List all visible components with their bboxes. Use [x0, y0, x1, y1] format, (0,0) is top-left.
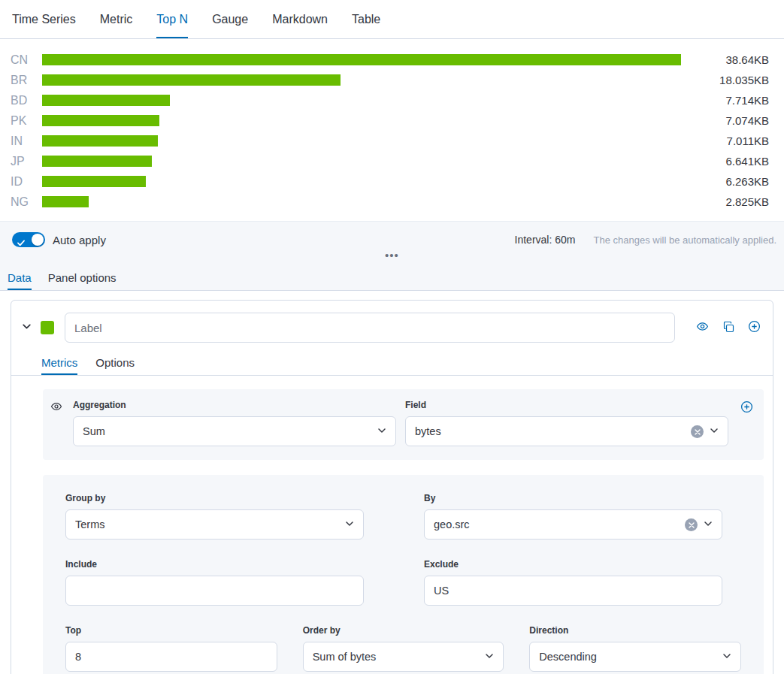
field-select[interactable]: bytes — [405, 416, 728, 446]
series-label-input[interactable] — [65, 313, 675, 343]
clear-icon — [689, 519, 695, 530]
field-label: Field — [405, 400, 728, 410]
panel-resize-handle[interactable]: ••• — [385, 252, 399, 259]
series-color-swatch[interactable] — [41, 321, 54, 334]
copy-icon — [722, 321, 734, 335]
plus-circle-icon — [748, 320, 761, 335]
check-icon — [17, 236, 25, 249]
auto-apply-toggle[interactable] — [12, 232, 45, 247]
bar-category-label: IN — [11, 134, 39, 148]
exclude-input[interactable] — [424, 576, 722, 606]
bar-value-label: 18.035KB — [701, 74, 769, 86]
bar-value-label: 7.011KB — [701, 134, 769, 147]
toggle-series-button[interactable] — [696, 320, 709, 335]
group-by-section: Group by Terms By geo.src Incl — [43, 475, 764, 674]
top-label: Top — [65, 625, 277, 636]
interval-label: Interval: 60m — [515, 234, 576, 246]
tab-top-n[interactable]: Top N — [156, 0, 188, 38]
bar — [42, 196, 89, 207]
bar-category-label: BR — [11, 74, 39, 87]
bar-value-label: 6.641KB — [701, 155, 769, 168]
bar-category-label: JP — [11, 155, 39, 168]
chevron-down-icon — [377, 425, 386, 437]
bar — [42, 176, 146, 187]
chevron-down-icon — [722, 651, 731, 663]
bar-value-label: 6.263KB — [701, 175, 769, 188]
auto-apply-note: The changes will be automatically applie… — [593, 234, 776, 246]
editor-tabs: Data Panel options — [0, 267, 784, 291]
chevron-down-icon — [485, 651, 494, 663]
order-by-select[interactable]: Sum of bytes — [303, 642, 504, 672]
clear-by-field-button[interactable] — [685, 518, 698, 531]
top-n-chart: CN 38.64KB BR 18.035KB BD 7.714KB PK 7.0… — [0, 39, 784, 221]
include-input[interactable] — [65, 576, 364, 606]
bar-category-label: PK — [11, 114, 39, 128]
tab-metric[interactable]: Metric — [100, 0, 133, 38]
bar-value-label: 7.074KB — [701, 114, 769, 127]
bar-row: ID 6.263KB — [11, 171, 769, 192]
bar — [42, 115, 159, 126]
auto-apply-label: Auto apply — [53, 234, 106, 246]
bar-category-label: BD — [11, 94, 39, 107]
bar — [42, 74, 341, 86]
bar-row: CN 38.64KB — [11, 50, 769, 70]
aggregation-select[interactable]: Sum — [73, 416, 396, 446]
tab-metrics[interactable]: Metrics — [41, 352, 77, 375]
bar-row: PK 7.074KB — [11, 110, 769, 131]
eye-icon — [696, 320, 709, 335]
plus-circle-icon — [740, 400, 753, 416]
order-by-label: Order by — [303, 625, 504, 636]
clone-series-button[interactable] — [722, 321, 734, 335]
exclude-label: Exclude — [424, 559, 722, 570]
group-by-select[interactable]: Terms — [65, 509, 364, 540]
bar-value-label: 38.64KB — [701, 53, 769, 66]
eye-icon — [50, 400, 62, 415]
bar — [42, 95, 170, 106]
clear-icon — [695, 426, 701, 437]
series-tabs: Metrics Options — [11, 352, 773, 376]
bar — [42, 54, 681, 65]
direction-label: Direction — [529, 625, 741, 636]
editor-controls-strip: Auto apply Interval: 60m The changes wil… — [0, 221, 784, 291]
panel-type-tabs: Time Series Metric Top N Gauge Markdown … — [0, 0, 784, 39]
tab-gauge[interactable]: Gauge — [212, 0, 248, 38]
bar-row: IN 7.011KB — [11, 131, 769, 151]
bar — [42, 135, 158, 147]
bar-category-label: NG — [11, 195, 39, 209]
chevron-down-icon — [704, 518, 713, 530]
group-by-label: Group by — [65, 493, 364, 503]
bar-row: BD 7.714KB — [11, 90, 769, 110]
tab-options[interactable]: Options — [95, 352, 135, 375]
series-card: Metrics Options Aggregation Sum Field by… — [11, 300, 773, 674]
series-card-header — [11, 301, 773, 352]
direction-select[interactable]: Descending — [529, 642, 741, 672]
toggle-metric-visibility-button[interactable] — [50, 400, 62, 415]
add-series-button[interactable] — [748, 320, 761, 335]
bar-row: BR 18.035KB — [11, 70, 769, 90]
chevron-down-icon — [710, 425, 719, 437]
bar-category-label: CN — [11, 53, 39, 67]
add-metric-button[interactable] — [740, 400, 753, 416]
clear-field-button[interactable] — [691, 425, 704, 438]
tab-time-series[interactable]: Time Series — [12, 0, 76, 38]
bar-category-label: ID — [11, 175, 39, 189]
include-label: Include — [65, 559, 364, 570]
bar-value-label: 7.714KB — [701, 94, 769, 107]
bar-row: JP 6.641KB — [11, 151, 769, 171]
bar-value-label: 2.825KB — [701, 195, 769, 208]
group-by-field-select[interactable]: geo.src — [424, 509, 722, 540]
toggle-thumb — [32, 234, 44, 246]
chevron-down-icon — [22, 322, 32, 334]
tab-table[interactable]: Table — [352, 0, 380, 38]
by-label: By — [424, 493, 722, 503]
series-collapse-button[interactable] — [22, 322, 32, 334]
tab-data[interactable]: Data — [8, 267, 32, 290]
aggregation-label: Aggregation — [73, 400, 396, 410]
chevron-down-icon — [345, 518, 354, 530]
metric-row: Aggregation Sum Field bytes — [43, 389, 764, 460]
tab-panel-options[interactable]: Panel options — [48, 267, 117, 290]
top-input[interactable] — [65, 642, 277, 672]
bar-row: NG 2.825KB — [11, 192, 769, 212]
bar — [42, 156, 152, 167]
tab-markdown[interactable]: Markdown — [272, 0, 328, 38]
